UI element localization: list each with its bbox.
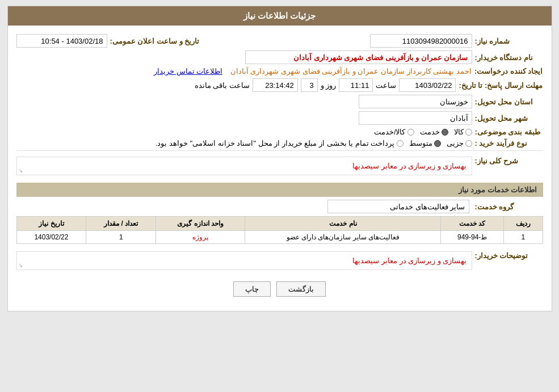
creator-value: احمد بهشتی کاربرداز سازمان عمران و بازآف… — [230, 67, 472, 75]
deadline-remaining-label: ساعت باقی مانده — [195, 81, 250, 90]
deadline-time-label: ساعت — [376, 81, 396, 90]
col-code: کد خدمت — [441, 217, 504, 231]
col-unit: واحد اندازه گیری — [156, 217, 245, 231]
radio-jozii-icon — [465, 140, 472, 147]
process-asnad[interactable]: پرداخت تمام یا بخشی از مبلغ خریدار از مح… — [155, 139, 404, 147]
table-row: 1 ط-94-949 فعالیت‌های سایر سازمان‌های دا… — [16, 231, 543, 244]
announcement-label: تاریخ و ساعت اعلان عمومی: — [110, 37, 200, 45]
process-option3-label: پرداخت تمام یا بخشی از مبلغ خریدار از مح… — [155, 139, 395, 147]
buyer-notes-value: بهسازی و زیرسازی در معابر سیصدیها — [352, 256, 466, 265]
buyer-org-value: سازمان عمران و بازآفرینی فضای شهری شهردا… — [245, 50, 472, 64]
process-label: نوع فرآیند خرید : — [475, 139, 543, 147]
bottom-buttons: بازگشت چاپ — [16, 281, 543, 297]
buyer-notes-label: توضیحات خریدار: — [475, 248, 543, 260]
category-option1-label: کالا — [454, 128, 464, 136]
deadline-label: مهلت ارسال پاسخ: تا تاریخ: — [459, 81, 543, 90]
contact-info-link[interactable]: اطلاعات تماس خریدار — [154, 67, 222, 75]
buyer-notes-box: بهسازی و زیرسازی در معابر سیصدیها ↘ — [16, 251, 472, 270]
cell-name: فعالیت‌های سایر سازمان‌های دارای عضو — [245, 231, 441, 244]
service-group-row: گروه خدمت: سایر فعالیت‌های خدماتی — [16, 200, 543, 213]
deadline-remaining: 23:14:42 — [253, 78, 298, 92]
resize-handle: ↘ — [18, 167, 23, 174]
col-name: نام خدمت — [245, 217, 441, 231]
announcement-value: 1403/02/18 - 10:54 — [16, 34, 107, 48]
description-label: شرح کلی نیاز: — [475, 154, 543, 165]
province-label: استان محل تحویل: — [475, 98, 543, 106]
process-option2-label: متوسط — [409, 139, 432, 147]
process-option1-label: جزیی — [447, 139, 464, 147]
radio-kala-khedmat-icon — [407, 129, 414, 136]
page-title: جزئیات اطلاعات نیاز — [8, 6, 552, 26]
description-box: بهسازی و زیرسازی در معابر سیصدیها ↘ — [16, 157, 472, 175]
category-group: کالا خدمت کالا/خدمت — [374, 128, 472, 136]
creator-label: ایجاد کننده درخواست: — [474, 67, 543, 75]
category-kala[interactable]: کالا — [454, 128, 472, 136]
category-khedmat[interactable]: خدمت — [420, 128, 448, 136]
category-kala-khedmat[interactable]: کالا/خدمت — [374, 128, 414, 136]
deadline-days: 3 — [301, 78, 318, 92]
print-button[interactable]: چاپ — [233, 281, 271, 297]
deadline-date: 1403/02/22 — [399, 78, 456, 92]
cell-qty: 1 — [86, 231, 156, 244]
radio-motevaset-icon — [434, 140, 441, 147]
process-jozii[interactable]: جزیی — [447, 139, 472, 147]
category-option2-label: خدمت — [420, 128, 440, 136]
buyer-org-label: نام دستگاه خریدار: — [475, 53, 543, 62]
need-number-label: شماره نیاز: — [475, 37, 543, 45]
services-table: ردیف کد خدمت نام خدمت واحد اندازه گیری ت… — [16, 216, 543, 244]
need-number-value: 1103094982000016 — [370, 34, 472, 48]
radio-asnad-icon — [397, 140, 404, 147]
description-value: بهسازی و زیرسازی در معابر سیصدیها — [352, 162, 466, 170]
province-value: خوزستان — [359, 95, 472, 108]
radio-khedmat-icon — [442, 129, 448, 136]
deadline-time: 11:11 — [339, 78, 373, 92]
cell-row: 1 — [503, 231, 543, 244]
col-row: ردیف — [503, 217, 543, 231]
process-group: جزیی متوسط پرداخت تمام یا بخشی از مبلغ خ… — [155, 139, 472, 147]
col-qty: تعداد / مقدار — [86, 217, 156, 231]
col-date: تاریخ نیاز — [16, 217, 86, 231]
category-label: طبقه بندی موضوعی: — [475, 128, 543, 136]
cell-code: ط-94-949 — [441, 231, 504, 244]
deadline-days-label: روز و — [321, 81, 337, 90]
city-label: شهر محل تحویل: — [475, 114, 543, 123]
service-group-value: سایر فعالیت‌های خدماتی — [327, 200, 469, 213]
back-button[interactable]: بازگشت — [276, 281, 326, 297]
process-motevaset[interactable]: متوسط — [409, 139, 441, 147]
service-group-label: گروه خدمت: — [475, 203, 543, 211]
city-value: آبادان — [359, 111, 472, 125]
notes-resize-handle: ↘ — [18, 262, 23, 268]
radio-kala-icon — [465, 129, 472, 136]
services-section-title: اطلاعات خدمات مورد نیاز — [16, 183, 543, 197]
cell-date: 1403/02/22 — [16, 231, 86, 244]
cell-unit: پروژه — [156, 231, 245, 244]
category-option3-label: کالا/خدمت — [374, 128, 406, 136]
